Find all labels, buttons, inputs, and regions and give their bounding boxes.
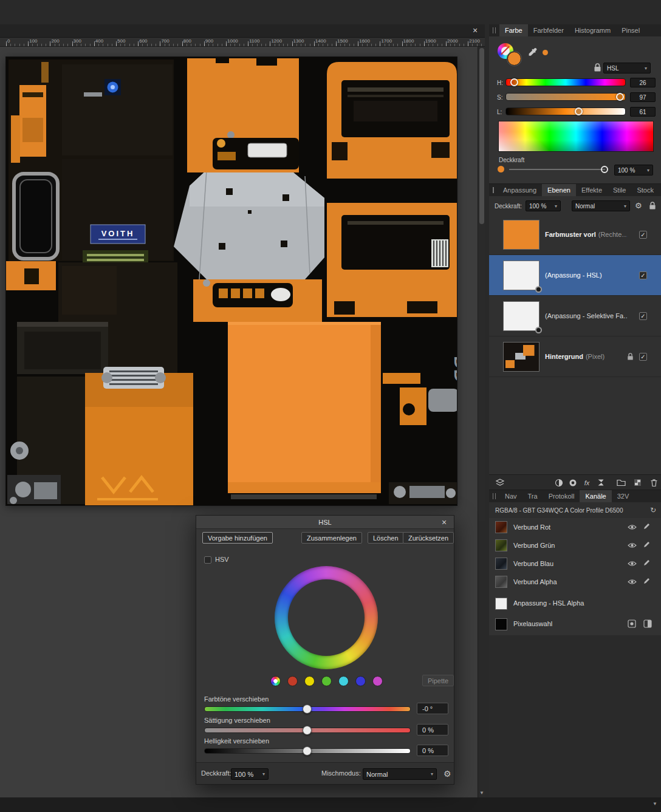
channel-row-pixelauswahl[interactable]: Pixelauswahl	[489, 615, 661, 632]
blend-mode-select[interactable]: Normal ▾	[572, 200, 630, 211]
channel-row-gruen[interactable]: Verbund Grün	[489, 536, 661, 554]
luminosity-shift-track[interactable]	[204, 748, 411, 754]
circle-in-square-icon[interactable]	[628, 619, 636, 628]
pipette-button[interactable]: Pipette	[422, 675, 454, 686]
gear-icon[interactable]: ⚙	[635, 202, 642, 210]
hsl-dialog-close-button[interactable]: ×	[439, 517, 449, 527]
pencil-icon[interactable]	[643, 559, 650, 566]
merge-button[interactable]: Zusammenlegen	[301, 532, 362, 544]
lock-icon[interactable]	[594, 63, 601, 72]
texture-image[interactable]: VOITH	[6, 57, 457, 505]
magenta-swatch[interactable]	[372, 676, 383, 686]
yellow-swatch[interactable]	[304, 676, 315, 686]
reset-button[interactable]: Zurücksetzen	[403, 532, 454, 544]
delete-button[interactable]: Löschen	[368, 532, 404, 544]
eye-icon[interactable]	[628, 524, 637, 530]
hue-shift-value-box[interactable]: -0 °	[417, 703, 448, 714]
tab-stock[interactable]: Stock	[631, 184, 659, 196]
saturation-shift-handle[interactable]	[303, 726, 312, 735]
hsv-checkbox[interactable]	[204, 556, 211, 564]
channel-row-rot[interactable]: Verbund Rot	[489, 518, 661, 536]
channel-row-hsl-alpha[interactable]: Anpassung - HSL Alpha	[489, 595, 661, 612]
visibility-checkbox[interactable]: ✓	[639, 271, 647, 279]
color-opacity-select[interactable]: 100 % ▾	[614, 165, 653, 176]
layers-opacity-select[interactable]: 100 % ▾	[526, 200, 561, 211]
layer-row-farbmuster[interactable]: Farbmuster vorl (Rechte… ✓	[489, 214, 661, 255]
green-swatch[interactable]	[321, 676, 332, 686]
tab-ebenen[interactable]: Ebenen	[542, 184, 576, 196]
tab-tra[interactable]: Tra	[522, 490, 543, 502]
tab-farbfelder[interactable]: Farbfelder	[528, 24, 569, 36]
layer-thumbnail[interactable]	[503, 342, 539, 372]
layer-thumbnail[interactable]	[503, 301, 539, 331]
tab-protokoll[interactable]: Protokoll	[543, 490, 580, 502]
blue-swatch[interactable]	[355, 676, 366, 686]
refresh-icon[interactable]: ↻	[650, 506, 656, 514]
dialog-blend-mode-select[interactable]: Normal ▾	[363, 768, 437, 780]
panel-drag-handle[interactable]	[493, 187, 494, 193]
pencil-icon[interactable]	[643, 523, 650, 530]
tab-kanaele[interactable]: Kanäle	[580, 490, 611, 502]
live-filter-icon[interactable]	[595, 477, 607, 488]
tab-pinsel[interactable]: Pinsel	[616, 24, 645, 36]
eye-icon[interactable]	[628, 542, 637, 548]
tab-farbe[interactable]: Farbe	[499, 24, 528, 36]
secondary-color-dot[interactable]	[543, 50, 548, 55]
document-close-button[interactable]: ×	[470, 26, 480, 35]
luminosity-value-box[interactable]: 61	[630, 107, 656, 117]
layer-row-anpassung-hsl[interactable]: (Anpassung - HSL) ✓	[489, 255, 661, 296]
panel-drag-handle[interactable]	[493, 27, 496, 33]
panel-drag-handle[interactable]	[493, 493, 496, 499]
hue-shift-track[interactable]	[204, 706, 411, 712]
channel-row-alpha[interactable]: Verbund Alpha	[489, 573, 661, 591]
fx-icon[interactable]: fx	[581, 477, 592, 488]
color-opacity-track[interactable]	[509, 169, 605, 170]
tab-anpassung[interactable]: Anpassung	[498, 184, 542, 196]
adjustment-icon[interactable]	[567, 477, 578, 488]
saturation-shift-value-box[interactable]: 0 %	[417, 724, 448, 735]
pencil-icon[interactable]	[643, 541, 650, 548]
tab-stile[interactable]: Stile	[608, 184, 631, 196]
color-spectrum[interactable]	[498, 121, 654, 152]
fill-color-swatch[interactable]	[507, 52, 521, 66]
channel-row-blau[interactable]: Verbund Blau	[489, 554, 661, 573]
group-icon[interactable]	[615, 477, 627, 488]
eyedropper-icon[interactable]	[528, 47, 538, 57]
scroll-down-icon[interactable]: ▼	[652, 801, 657, 807]
visibility-checkbox[interactable]: ✓	[639, 353, 647, 361]
hue-shift-handle[interactable]	[303, 705, 312, 714]
layer-thumbnail[interactable]	[503, 220, 539, 250]
add-preset-button[interactable]: Vorgabe hinzufügen	[202, 532, 273, 544]
eye-icon[interactable]	[628, 561, 637, 567]
mask-icon[interactable]	[553, 477, 564, 488]
checkerboard-icon[interactable]	[632, 477, 643, 488]
visibility-checkbox[interactable]: ✓	[639, 312, 647, 320]
layers-stack-icon[interactable]	[494, 477, 505, 488]
luminosity-slider-handle[interactable]	[575, 107, 583, 115]
luminosity-shift-value-box[interactable]: 0 %	[417, 745, 448, 756]
eye-icon[interactable]	[628, 579, 637, 585]
half-filled-square-icon[interactable]	[643, 619, 652, 628]
color-opacity-handle[interactable]	[601, 166, 608, 173]
scroll-down-icon[interactable]: ▼	[478, 790, 485, 797]
layer-row-hintergrund[interactable]: Hintergrund (Pixel) ✓	[489, 336, 661, 377]
pencil-icon[interactable]	[643, 578, 650, 584]
tab-histogramm[interactable]: Histogramm	[569, 24, 616, 36]
dialog-opacity-select[interactable]: 100 % ▾	[231, 768, 269, 780]
hue-color-wheel[interactable]	[275, 566, 378, 669]
gear-icon[interactable]: ⚙	[444, 769, 451, 778]
luminosity-slider-track[interactable]	[505, 107, 626, 115]
delete-layer-icon[interactable]	[648, 477, 660, 488]
hsl-dialog-titlebar[interactable]: HSL ×	[196, 516, 454, 529]
layer-thumbnail[interactable]	[503, 261, 539, 290]
lock-icon[interactable]	[649, 201, 656, 210]
cyan-swatch[interactable]	[338, 676, 349, 686]
hue-slider-handle[interactable]	[510, 78, 518, 86]
tab-nav[interactable]: Nav	[499, 490, 522, 502]
saturation-shift-track[interactable]	[204, 728, 411, 733]
visibility-checkbox[interactable]: ✓	[639, 231, 647, 239]
saturation-value-box[interactable]: 97	[630, 92, 656, 102]
red-swatch[interactable]	[287, 676, 298, 686]
tab-effekte[interactable]: Effekte	[576, 184, 608, 196]
rainbow-swatch[interactable]	[270, 676, 281, 686]
